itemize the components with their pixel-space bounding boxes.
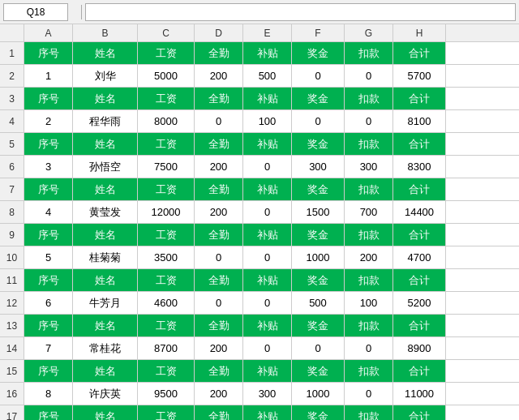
cell[interactable]: 扣款 bbox=[345, 88, 393, 109]
cell[interactable]: 姓名 bbox=[73, 133, 138, 155]
cell[interactable]: 奖金 bbox=[292, 88, 345, 109]
cell[interactable]: 奖金 bbox=[292, 133, 345, 155]
cell[interactable]: 200 bbox=[195, 156, 243, 178]
cell[interactable]: 奖金 bbox=[292, 360, 345, 382]
cell[interactable]: 200 bbox=[195, 201, 243, 223]
cell[interactable]: 补贴 bbox=[243, 405, 292, 420]
cell[interactable]: 工资 bbox=[138, 224, 195, 246]
cell[interactable]: 1000 bbox=[292, 246, 345, 268]
cell[interactable]: 0 bbox=[195, 246, 243, 268]
cell[interactable]: 补贴 bbox=[243, 360, 292, 382]
cell[interactable]: 5 bbox=[24, 246, 73, 268]
cell[interactable]: 常桂花 bbox=[73, 337, 138, 359]
cell[interactable]: 补贴 bbox=[243, 133, 292, 155]
cell[interactable]: 合计 bbox=[393, 405, 446, 420]
cell[interactable]: 姓名 bbox=[73, 88, 138, 109]
cell[interactable]: 序号 bbox=[24, 405, 73, 420]
cell[interactable]: 0 bbox=[243, 292, 292, 314]
col-header-d[interactable]: D bbox=[195, 24, 243, 41]
cell[interactable]: 0 bbox=[292, 110, 345, 132]
cell[interactable]: 全勤 bbox=[195, 224, 243, 246]
cell[interactable]: 全勤 bbox=[195, 405, 243, 420]
cell[interactable]: 0 bbox=[345, 65, 393, 87]
cell[interactable]: 8700 bbox=[138, 337, 195, 359]
cell[interactable]: 6 bbox=[24, 292, 73, 314]
cell[interactable]: 序号 bbox=[24, 42, 73, 64]
col-header-a[interactable]: A bbox=[24, 24, 73, 41]
cell[interactable]: 序号 bbox=[24, 224, 73, 246]
cell[interactable]: 0 bbox=[292, 65, 345, 87]
cell[interactable]: 序号 bbox=[24, 269, 73, 291]
cell[interactable]: 合计 bbox=[393, 269, 446, 291]
cell[interactable]: 700 bbox=[345, 201, 393, 223]
cell[interactable]: 合计 bbox=[393, 224, 446, 246]
cell[interactable]: 1500 bbox=[292, 201, 345, 223]
cell[interactable]: 奖金 bbox=[292, 224, 345, 246]
cell[interactable]: 0 bbox=[345, 383, 393, 405]
cell[interactable]: 扣款 bbox=[345, 224, 393, 246]
col-header-b[interactable]: B bbox=[73, 24, 138, 41]
cell[interactable]: 姓名 bbox=[73, 178, 138, 200]
cell[interactable]: 合计 bbox=[393, 360, 446, 382]
cell[interactable]: 7 bbox=[24, 337, 73, 359]
cell[interactable]: 工资 bbox=[138, 42, 195, 64]
cell[interactable]: 全勤 bbox=[195, 88, 243, 109]
cell[interactable]: 0 bbox=[292, 337, 345, 359]
cell[interactable]: 扣款 bbox=[345, 360, 393, 382]
cell[interactable]: 奖金 bbox=[292, 405, 345, 420]
cell[interactable]: 500 bbox=[243, 65, 292, 87]
cell[interactable]: 序号 bbox=[24, 178, 73, 200]
col-header-g[interactable]: G bbox=[345, 24, 393, 41]
cell[interactable]: 孙悟空 bbox=[73, 156, 138, 178]
cell[interactable]: 姓名 bbox=[73, 224, 138, 246]
cell[interactable]: 全勤 bbox=[195, 42, 243, 64]
cell[interactable]: 2 bbox=[24, 110, 73, 132]
cell[interactable]: 全勤 bbox=[195, 360, 243, 382]
cell[interactable]: 3500 bbox=[138, 246, 195, 268]
cell[interactable]: 500 bbox=[292, 292, 345, 314]
cell[interactable]: 黄莹发 bbox=[73, 201, 138, 223]
cell[interactable]: 补贴 bbox=[243, 315, 292, 336]
cell[interactable]: 序号 bbox=[24, 88, 73, 109]
cell[interactable]: 姓名 bbox=[73, 360, 138, 382]
cell[interactable]: 奖金 bbox=[292, 269, 345, 291]
cell[interactable]: 工资 bbox=[138, 315, 195, 336]
cell[interactable]: 合计 bbox=[393, 42, 446, 64]
cell[interactable]: 9500 bbox=[138, 383, 195, 405]
cell[interactable]: 合计 bbox=[393, 178, 446, 200]
cell[interactable]: 8100 bbox=[393, 110, 446, 132]
name-box[interactable] bbox=[3, 3, 68, 21]
cell[interactable]: 奖金 bbox=[292, 42, 345, 64]
cell[interactable]: 5200 bbox=[393, 292, 446, 314]
cell[interactable]: 0 bbox=[243, 156, 292, 178]
cell[interactable]: 工资 bbox=[138, 88, 195, 109]
cell[interactable]: 扣款 bbox=[345, 42, 393, 64]
cell[interactable]: 姓名 bbox=[73, 42, 138, 64]
cell[interactable]: 100 bbox=[243, 110, 292, 132]
cell[interactable]: 姓名 bbox=[73, 405, 138, 420]
cell[interactable]: 5000 bbox=[138, 65, 195, 87]
cell[interactable]: 奖金 bbox=[292, 178, 345, 200]
cell[interactable]: 4 bbox=[24, 201, 73, 223]
cell[interactable]: 1 bbox=[24, 65, 73, 87]
cell[interactable]: 0 bbox=[345, 110, 393, 132]
cell[interactable]: 全勤 bbox=[195, 178, 243, 200]
cell[interactable]: 11000 bbox=[393, 383, 446, 405]
cell[interactable]: 0 bbox=[243, 337, 292, 359]
cell[interactable]: 200 bbox=[345, 246, 393, 268]
cell[interactable]: 8000 bbox=[138, 110, 195, 132]
cell[interactable]: 12000 bbox=[138, 201, 195, 223]
cell[interactable]: 补贴 bbox=[243, 42, 292, 64]
cell[interactable]: 200 bbox=[195, 65, 243, 87]
cell[interactable]: 扣款 bbox=[345, 133, 393, 155]
cell[interactable]: 扣款 bbox=[345, 315, 393, 336]
cell[interactable]: 0 bbox=[195, 110, 243, 132]
cell[interactable]: 姓名 bbox=[73, 315, 138, 336]
cell[interactable]: 合计 bbox=[393, 88, 446, 109]
cell[interactable]: 0 bbox=[243, 246, 292, 268]
cell[interactable]: 合计 bbox=[393, 315, 446, 336]
cell[interactable]: 序号 bbox=[24, 360, 73, 382]
cell[interactable]: 全勤 bbox=[195, 269, 243, 291]
cell[interactable]: 1000 bbox=[292, 383, 345, 405]
cell[interactable]: 8 bbox=[24, 383, 73, 405]
